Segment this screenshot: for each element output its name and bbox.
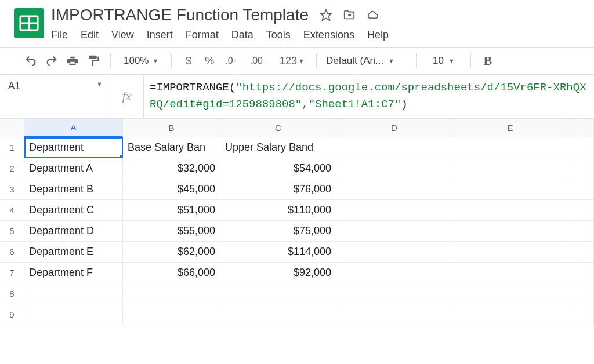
cell[interactable]: Department A (24, 158, 123, 179)
cell[interactable] (452, 137, 568, 158)
paint-format-icon[interactable] (86, 53, 101, 68)
move-icon[interactable] (342, 8, 356, 22)
select-all-corner[interactable] (0, 119, 24, 137)
row-header[interactable]: 8 (0, 283, 24, 304)
row-header[interactable]: 1 (0, 137, 24, 158)
cell[interactable]: $92,000 (220, 263, 336, 283)
zoom-select[interactable]: 100% ▼ (120, 55, 162, 67)
cloud-status-icon[interactable] (365, 8, 379, 22)
star-icon[interactable] (319, 8, 333, 22)
undo-icon[interactable] (23, 53, 38, 68)
cell[interactable] (568, 221, 594, 242)
document-title[interactable]: IMPORTRANGE Function Template (49, 5, 309, 26)
cell[interactable]: Department C (24, 200, 123, 221)
row-header[interactable]: 3 (0, 179, 24, 200)
format-currency-button[interactable]: $ (181, 53, 196, 68)
cell-a1[interactable]: Department (24, 137, 123, 158)
cell[interactable]: $45,000 (123, 179, 220, 200)
col-header-e[interactable]: E (452, 119, 568, 137)
cell[interactable] (220, 304, 336, 325)
spreadsheet-grid[interactable]: 1 2 3 4 5 6 7 8 9 A B C D E Department B… (0, 119, 594, 325)
cell[interactable] (336, 242, 452, 263)
cell[interactable] (220, 283, 336, 304)
cell[interactable]: $54,000 (220, 158, 336, 179)
cell[interactable] (452, 263, 568, 283)
cell[interactable] (568, 200, 594, 221)
cell[interactable]: $51,000 (123, 200, 220, 221)
col-header-c[interactable]: C (220, 119, 336, 137)
col-header-extra[interactable] (568, 119, 594, 137)
cell[interactable] (452, 179, 568, 200)
cell[interactable] (336, 221, 452, 242)
redo-icon[interactable] (44, 53, 59, 68)
font-family-select[interactable]: Default (Ari... ▼ (326, 55, 407, 67)
increase-decimal-button[interactable]: .00→ (248, 53, 271, 68)
cell[interactable] (568, 263, 594, 283)
col-header-d[interactable]: D (336, 119, 452, 137)
cell[interactable] (452, 242, 568, 263)
cell[interactable]: $75,000 (220, 221, 336, 242)
menu-tools[interactable]: Tools (266, 29, 291, 41)
menu-view[interactable]: View (111, 29, 134, 41)
cell[interactable]: $55,000 (123, 221, 220, 242)
cell[interactable] (568, 304, 594, 325)
cell[interactable] (24, 304, 123, 325)
cell-b1[interactable]: Base Salary Ban (123, 137, 220, 158)
cell[interactable]: $76,000 (220, 179, 336, 200)
cell[interactable] (336, 200, 452, 221)
row-header[interactable]: 5 (0, 221, 24, 242)
print-icon[interactable] (65, 53, 80, 68)
cell[interactable] (568, 242, 594, 263)
row-header[interactable]: 6 (0, 242, 24, 263)
cell[interactable] (452, 158, 568, 179)
cell[interactable]: $32,000 (123, 158, 220, 179)
cell[interactable]: Department B (24, 179, 123, 200)
cell[interactable] (568, 179, 594, 200)
cell-c1[interactable]: Upper Salary Band (220, 137, 336, 158)
cell[interactable] (24, 283, 123, 304)
bold-button[interactable]: B (480, 53, 495, 68)
cell[interactable] (336, 158, 452, 179)
formula-bar[interactable]: =IMPORTRANGE("https://docs.google.com/sp… (144, 75, 594, 118)
cell[interactable] (452, 200, 568, 221)
font-size-select[interactable]: 10 ▼ (426, 55, 461, 67)
cell[interactable] (568, 158, 594, 179)
menu-data[interactable]: Data (231, 29, 253, 41)
cell[interactable] (336, 283, 452, 304)
col-header-a[interactable]: A (24, 119, 123, 137)
decrease-decimal-button[interactable]: .0← (223, 53, 241, 68)
name-box[interactable]: A1 ▼ (0, 75, 110, 118)
cell[interactable]: Department F (24, 263, 123, 283)
menu-help[interactable]: Help (367, 29, 389, 41)
cell[interactable] (336, 263, 452, 283)
cell[interactable]: $66,000 (123, 263, 220, 283)
more-formats-button[interactable]: 123▼ (277, 53, 307, 68)
format-percent-button[interactable]: % (202, 53, 217, 68)
cell[interactable]: Department E (24, 242, 123, 263)
cell[interactable] (123, 304, 220, 325)
cell[interactable] (452, 304, 568, 325)
cell[interactable] (568, 283, 594, 304)
cell[interactable] (336, 179, 452, 200)
cell[interactable] (123, 283, 220, 304)
row-header[interactable]: 7 (0, 263, 24, 283)
menu-file[interactable]: File (51, 29, 68, 41)
menu-edit[interactable]: Edit (81, 29, 99, 41)
cell[interactable] (568, 137, 594, 158)
cell[interactable]: $110,000 (220, 200, 336, 221)
cell[interactable] (336, 304, 452, 325)
menu-insert[interactable]: Insert (147, 29, 173, 41)
cell[interactable]: $114,000 (220, 242, 336, 263)
row-header[interactable]: 2 (0, 158, 24, 179)
col-header-b[interactable]: B (123, 119, 220, 137)
menu-extensions[interactable]: Extensions (303, 29, 354, 41)
app-logo[interactable] (9, 5, 49, 38)
row-header[interactable]: 9 (0, 304, 24, 325)
cell[interactable] (452, 221, 568, 242)
row-header[interactable]: 4 (0, 200, 24, 221)
cell[interactable] (336, 137, 452, 158)
cell[interactable] (452, 283, 568, 304)
cell[interactable]: Department D (24, 221, 123, 242)
menu-format[interactable]: Format (186, 29, 219, 41)
cell[interactable]: $62,000 (123, 242, 220, 263)
